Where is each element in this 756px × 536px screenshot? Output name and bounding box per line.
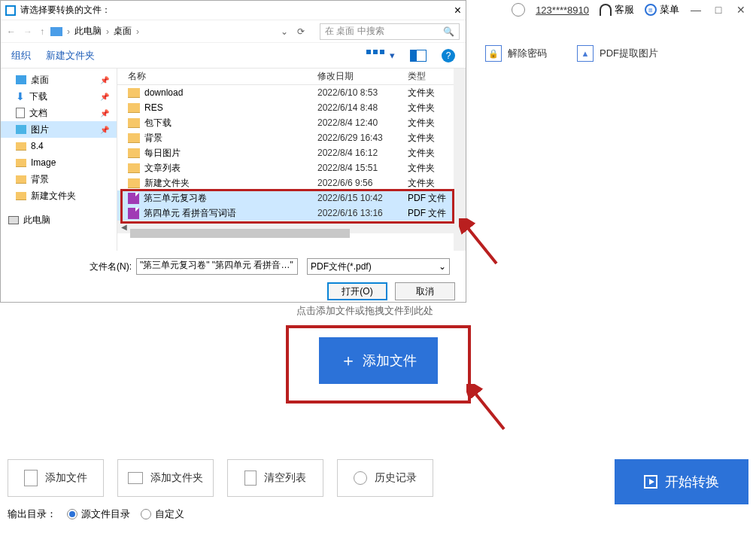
history-button[interactable]: 历史记录 bbox=[337, 459, 433, 497]
pdf-icon bbox=[128, 208, 139, 219]
dialog-toolbar: 组织 新建文件夹 ▾ ? bbox=[1, 43, 466, 69]
download-icon: ⬇ bbox=[16, 90, 25, 102]
bottom-bar: 添加文件 添加文件夹 清空列表 历史记录 开始转换 输出目录： 源文件目录 自定… bbox=[8, 459, 748, 521]
avatar-icon bbox=[512, 3, 525, 17]
file-name: 背景 bbox=[144, 132, 162, 145]
tree-node-folder[interactable]: 新建文件夹 bbox=[1, 187, 117, 204]
decrypt-button[interactable]: 🔒 解除密码 bbox=[485, 45, 547, 62]
file-row[interactable]: 背景2022/6/29 16:43文件夹 bbox=[117, 130, 466, 145]
view-mode-button[interactable]: ▾ bbox=[366, 50, 395, 61]
open-button[interactable]: 打开(O) bbox=[327, 282, 387, 300]
search-input[interactable]: 在 桌面 中搜索 🔍 bbox=[320, 23, 460, 40]
new-folder-button[interactable]: 新建文件夹 bbox=[46, 49, 95, 62]
search-icon: 🔍 bbox=[443, 26, 454, 37]
annotation-highlight bbox=[286, 325, 471, 404]
output-custom-radio[interactable]: 自定义 bbox=[141, 507, 184, 521]
folder-icon bbox=[16, 142, 26, 151]
trash-icon bbox=[244, 471, 257, 486]
file-name: 第三单元复习卷 bbox=[144, 192, 207, 205]
file-row[interactable]: 包下载2022/8/4 12:40文件夹 bbox=[117, 115, 466, 130]
col-name[interactable]: 名称 bbox=[128, 70, 317, 83]
breadcrumb[interactable]: › 此电脑 › 桌面 › bbox=[50, 25, 139, 38]
folder-icon bbox=[128, 133, 140, 143]
desktop-icon bbox=[16, 75, 26, 84]
radio-icon bbox=[67, 509, 77, 519]
help-button[interactable]: ? bbox=[442, 49, 455, 62]
file-row[interactable]: 第三单元复习卷2022/6/15 10:42PDF 文件 bbox=[117, 190, 466, 206]
file-list: 名称 修改日期 类型 download2022/6/10 8:53文件夹RES2… bbox=[117, 69, 466, 251]
app-titlebar: 123****8910 客服 ≡ 菜单 — □ ✕ bbox=[512, 0, 756, 20]
svg-line-1 bbox=[472, 390, 504, 429]
tree-node-folder[interactable]: 8.4 bbox=[1, 138, 117, 154]
horizontal-scrollbar[interactable]: ◀▶ bbox=[117, 221, 466, 233]
tree-node-folder[interactable]: Image bbox=[1, 154, 117, 171]
file-date: 2022/6/14 8:48 bbox=[317, 102, 408, 113]
tree-node-desktop[interactable]: 桌面📌 bbox=[1, 72, 117, 88]
file-type-select[interactable]: PDF文件(*.pdf)⌄ bbox=[307, 258, 450, 275]
file-row[interactable]: 新建文件夹2022/6/6 9:56文件夹 bbox=[117, 175, 466, 190]
extract-image-button[interactable]: ▲ PDF提取图片 bbox=[577, 45, 658, 62]
maximize-button[interactable]: □ bbox=[712, 4, 724, 16]
file-row[interactable]: download2022/6/10 8:53文件夹 bbox=[117, 85, 466, 100]
file-row[interactable]: 每日图片2022/8/4 16:12文件夹 bbox=[117, 145, 466, 160]
file-date: 2022/6/29 16:43 bbox=[317, 132, 408, 143]
support-link[interactable]: 客服 bbox=[600, 3, 634, 17]
clear-list-button[interactable]: 清空列表 bbox=[227, 459, 323, 497]
tree-node-folder[interactable]: 背景 bbox=[1, 171, 117, 187]
tree-node-downloads[interactable]: ⬇下载📌 bbox=[1, 88, 117, 105]
nav-up-button[interactable]: ↑ bbox=[40, 26, 44, 37]
lock-icon: 🔒 bbox=[485, 45, 502, 62]
pc-icon bbox=[8, 216, 19, 224]
pin-icon: 📌 bbox=[100, 109, 109, 117]
filename-label: 文件名(N): bbox=[90, 260, 132, 273]
file-date: 2022/8/4 15:51 bbox=[317, 163, 408, 173]
start-convert-button[interactable]: 开始转换 bbox=[615, 459, 748, 504]
tree-node-documents[interactable]: 文档📌 bbox=[1, 105, 117, 121]
folder-tree[interactable]: 桌面📌 ⬇下载📌 文档📌 图片📌 8.4 Image 背景 新建文件夹 此电脑 bbox=[1, 69, 117, 251]
file-row[interactable]: RES2022/6/14 8:48文件夹 bbox=[117, 100, 466, 115]
preview-pane-button[interactable] bbox=[410, 50, 427, 62]
filename-input[interactable]: "第三单元复习卷" "第四单元 看拼音…" bbox=[136, 258, 298, 275]
user-id[interactable]: 123****8910 bbox=[536, 5, 589, 16]
folder-icon bbox=[16, 159, 26, 167]
pdf-icon bbox=[128, 193, 139, 204]
file-name: 第四单元 看拼音写词语 bbox=[144, 207, 236, 220]
picture-icon bbox=[16, 125, 26, 134]
add-folder-button[interactable]: 添加文件夹 bbox=[117, 459, 214, 497]
menu-label: 菜单 bbox=[660, 3, 679, 17]
organize-menu[interactable]: 组织 bbox=[11, 49, 31, 62]
file-row[interactable]: 文章列表2022/8/4 15:51文件夹 bbox=[117, 160, 466, 175]
decrypt-label: 解除密码 bbox=[508, 47, 547, 60]
app-icon bbox=[5, 5, 16, 16]
nav-back-button[interactable]: ← bbox=[7, 26, 16, 37]
drag-hint-text: 点击添加文件或拖拽文件到此处 bbox=[296, 304, 433, 318]
tree-node-pictures[interactable]: 图片📌 bbox=[1, 121, 117, 138]
list-header[interactable]: 名称 修改日期 类型 bbox=[117, 69, 466, 85]
breadcrumb-folder[interactable]: 桌面 bbox=[114, 25, 132, 38]
path-dropdown[interactable]: ⌄ bbox=[281, 26, 288, 37]
refresh-button[interactable]: ⟳ bbox=[294, 26, 308, 37]
nav-forward-button[interactable]: → bbox=[23, 26, 32, 37]
folder-icon bbox=[128, 118, 140, 128]
add-file-button-small[interactable]: 添加文件 bbox=[8, 459, 104, 497]
radio-icon bbox=[141, 509, 151, 519]
cancel-button[interactable]: 取消 bbox=[395, 282, 455, 300]
output-src-radio[interactable]: 源文件目录 bbox=[67, 507, 130, 521]
minimize-button[interactable]: — bbox=[690, 4, 702, 16]
col-date[interactable]: 修改日期 bbox=[317, 70, 408, 83]
menu-link[interactable]: ≡ 菜单 bbox=[645, 3, 679, 17]
dialog-titlebar: 请选择要转换的文件： × bbox=[1, 1, 466, 20]
folder-icon bbox=[16, 175, 26, 184]
folder-icon bbox=[128, 163, 140, 173]
vertical-scrollbar[interactable] bbox=[454, 69, 466, 251]
file-date: 2022/6/16 13:16 bbox=[317, 208, 408, 218]
dialog-close-button[interactable]: × bbox=[454, 4, 461, 17]
tree-node-pc[interactable]: 此电脑 bbox=[1, 212, 117, 228]
pin-icon: 📌 bbox=[100, 126, 109, 134]
file-row[interactable]: 第四单元 看拼音写词语2022/6/16 13:16PDF 文件 bbox=[117, 206, 466, 221]
pin-icon: 📌 bbox=[100, 76, 109, 84]
breadcrumb-root[interactable]: 此电脑 bbox=[74, 25, 102, 38]
dialog-title: 请选择要转换的文件： bbox=[20, 4, 111, 17]
headset-icon bbox=[600, 4, 612, 16]
app-close-button[interactable]: ✕ bbox=[735, 4, 747, 16]
